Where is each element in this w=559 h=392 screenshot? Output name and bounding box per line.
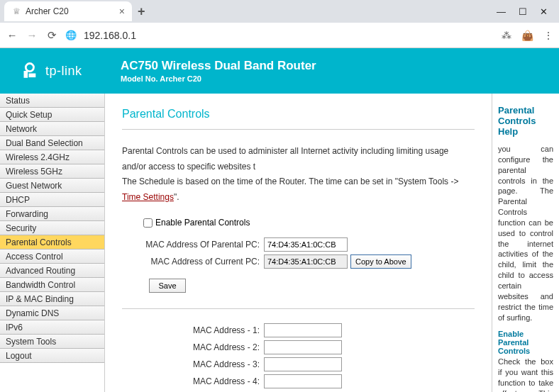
intro-line1: Parental Controls can be used to adminis… xyxy=(122,146,448,172)
tab-title: Archer C20 xyxy=(26,6,115,16)
close-window-icon[interactable]: ✕ xyxy=(540,6,548,17)
help-subhead-enable: Enable Parental Controls xyxy=(498,330,553,355)
intro-line2-prefix: The Schedule is based on the time of the… xyxy=(122,177,458,186)
tplink-logo-icon xyxy=(21,61,41,81)
sidebar-item-wireless-2-4ghz[interactable]: Wireless 2.4GHz xyxy=(0,150,104,164)
current-mac-label: MAC Address of Current PC: xyxy=(122,257,264,267)
browser-chrome: ♕ Archer C20 × + — ☐ ✕ ← → ⟳ 🌐 192.168.0… xyxy=(0,0,559,48)
sidebar-item-guest-network[interactable]: Guest Network xyxy=(0,179,104,193)
brand-logo: tp-link xyxy=(21,61,114,81)
current-mac-input xyxy=(264,254,348,269)
brand-name: tp-link xyxy=(45,64,82,79)
account-icon[interactable]: 👜 xyxy=(521,30,533,41)
sidebar: StatusQuick SetupNetworkDual Band Select… xyxy=(0,94,105,392)
svg-point-0 xyxy=(26,64,33,72)
svg-rect-2 xyxy=(29,74,36,78)
sidebar-item-status[interactable]: Status xyxy=(0,94,104,108)
translate-icon[interactable]: ⁂ xyxy=(502,30,511,41)
help-title: Parental Controls Help xyxy=(498,105,553,137)
forward-button[interactable]: → xyxy=(26,29,38,41)
browser-tab[interactable]: ♕ Archer C20 × xyxy=(4,1,132,21)
tab-favicon: ♕ xyxy=(11,6,21,16)
help-panel: Parental Controls Help you can configure… xyxy=(492,94,559,392)
mac-address-row-4: MAC Address - 4: xyxy=(122,374,475,388)
minimize-icon[interactable]: — xyxy=(497,6,506,17)
sidebar-item-dhcp[interactable]: DHCP xyxy=(0,193,104,207)
svg-rect-1 xyxy=(24,71,28,78)
sidebar-item-bandwidth-control[interactable]: Bandwidth Control xyxy=(0,278,104,292)
address-bar: ← → ⟳ 🌐 192.168.0.1 ⁂ 👜 ⋮ xyxy=(0,23,559,48)
divider-2 xyxy=(122,308,475,309)
sidebar-item-advanced-routing[interactable]: Advanced Routing xyxy=(0,264,104,278)
sidebar-item-ip-mac-binding[interactable]: IP & MAC Binding xyxy=(0,292,104,306)
mac-address-input-4[interactable] xyxy=(264,374,342,388)
mac-address-row-1: MAC Address - 1: xyxy=(122,323,475,337)
reload-button[interactable]: ⟳ xyxy=(45,29,58,42)
tab-close-icon[interactable]: × xyxy=(119,6,125,17)
time-settings-link[interactable]: Time Settings xyxy=(122,192,174,202)
mac-address-label-2: MAC Address - 2: xyxy=(122,342,264,352)
intro-text: Parental Controls can be used to adminis… xyxy=(122,144,475,205)
controlled-mac-section: MAC Address - 1:MAC Address - 2:MAC Addr… xyxy=(122,323,475,388)
router-header: tp-link AC750 Wireless Dual Band Router … xyxy=(0,48,559,94)
mac-address-input-1[interactable] xyxy=(264,323,342,337)
parental-mac-row: MAC Address Of Parental PC: xyxy=(122,237,475,252)
product-title: AC750 Wireless Dual Band Router xyxy=(121,59,316,73)
copy-to-above-button[interactable]: Copy to Above xyxy=(350,254,411,269)
product-model: Model No. Archer C20 xyxy=(121,74,316,83)
enable-checkbox-row: Enable Parental Controls xyxy=(143,218,475,228)
url-text[interactable]: 192.168.0.1 xyxy=(84,30,494,41)
site-info-icon[interactable]: 🌐 xyxy=(65,30,77,40)
sidebar-item-network[interactable]: Network xyxy=(0,122,104,136)
window-controls: — ☐ ✕ xyxy=(497,6,555,17)
sidebar-item-quick-setup[interactable]: Quick Setup xyxy=(0,108,104,122)
product-info: AC750 Wireless Dual Band Router Model No… xyxy=(121,59,316,83)
router-body: StatusQuick SetupNetworkDual Band Select… xyxy=(0,94,559,392)
intro-line2-suffix: ". xyxy=(174,192,179,202)
sidebar-item-logout[interactable]: Logout xyxy=(0,349,104,363)
maximize-icon[interactable]: ☐ xyxy=(519,6,527,17)
sidebar-item-forwarding[interactable]: Forwarding xyxy=(0,207,104,221)
new-tab-button[interactable]: + xyxy=(138,4,145,19)
mac-address-input-2[interactable] xyxy=(264,340,342,354)
save-button[interactable]: Save xyxy=(149,279,186,293)
sidebar-item-dynamic-dns[interactable]: Dynamic DNS xyxy=(0,306,104,320)
mac-address-row-3: MAC Address - 3: xyxy=(122,357,475,371)
mac-address-label-1: MAC Address - 1: xyxy=(122,325,264,335)
mac-address-input-3[interactable] xyxy=(264,357,342,371)
sidebar-item-wireless-5ghz[interactable]: Wireless 5GHz xyxy=(0,164,104,179)
sidebar-item-security[interactable]: Security xyxy=(0,221,104,235)
sidebar-item-system-tools[interactable]: System Tools xyxy=(0,335,104,349)
parental-mac-input[interactable] xyxy=(264,237,348,252)
sidebar-item-dual-band-selection[interactable]: Dual Band Selection xyxy=(0,136,104,150)
enable-label: Enable Parental Controls xyxy=(155,218,250,228)
sidebar-item-parental-controls[interactable]: Parental Controls xyxy=(0,235,104,250)
divider xyxy=(122,129,475,130)
parental-mac-label: MAC Address Of Parental PC: xyxy=(122,240,264,250)
mac-address-label-3: MAC Address - 3: xyxy=(122,359,264,369)
menu-icon[interactable]: ⋮ xyxy=(543,30,553,41)
enable-parental-controls-checkbox[interactable] xyxy=(143,218,153,228)
sidebar-item-ipv6[interactable]: IPv6 xyxy=(0,320,104,335)
mac-address-row-2: MAC Address - 2: xyxy=(122,340,475,354)
current-mac-row: MAC Address of Current PC: Copy to Above xyxy=(122,254,475,269)
help-paragraph-2: Check the box if you want this function … xyxy=(498,357,553,392)
sidebar-item-access-control[interactable]: Access Control xyxy=(0,250,104,264)
mac-address-label-4: MAC Address - 4: xyxy=(122,376,264,386)
main-content: Parental Controls Parental Controls can … xyxy=(105,94,492,392)
help-paragraph-1: you can configure the parental controls … xyxy=(498,144,553,323)
back-button[interactable]: ← xyxy=(6,29,18,41)
tab-bar: ♕ Archer C20 × + — ☐ ✕ xyxy=(0,0,559,23)
page-title: Parental Controls xyxy=(122,108,475,121)
